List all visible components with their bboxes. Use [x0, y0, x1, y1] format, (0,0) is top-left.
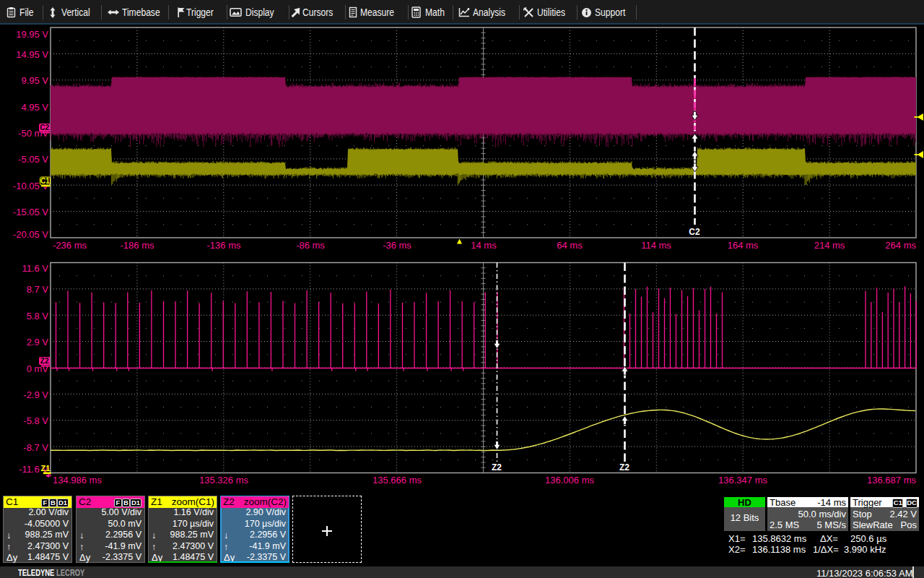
svg-text:4.95 V: 4.95 V: [21, 102, 48, 113]
svg-text:164 ms: 164 ms: [728, 240, 759, 251]
svg-text:5.8 V: 5.8 V: [27, 311, 49, 322]
svg-text:135.326 ms: 135.326 ms: [199, 475, 248, 486]
svg-text:-86 ms: -86 ms: [296, 240, 325, 251]
svg-text:Z1: Z1: [41, 464, 51, 473]
svg-text:-2.9 V: -2.9 V: [23, 389, 48, 400]
svg-text:-20.05 V: -20.05 V: [13, 229, 48, 240]
svg-text:136.347 ms: 136.347 ms: [718, 475, 767, 486]
svg-text:2.9 V: 2.9 V: [27, 337, 49, 348]
svg-text:-36 ms: -36 ms: [383, 240, 411, 251]
svg-text:C2: C2: [40, 124, 49, 131]
svg-text:-8.7 V: -8.7 V: [23, 442, 48, 453]
svg-text:19.95 V: 19.95 V: [16, 29, 48, 40]
svg-text:136.006 ms: 136.006 ms: [545, 475, 594, 486]
svg-text:14 ms: 14 ms: [471, 240, 497, 251]
svg-text:-5.05 V: -5.05 V: [18, 154, 48, 165]
svg-text:8.7 V: 8.7 V: [27, 284, 49, 295]
svg-text:264 ms: 264 ms: [885, 240, 916, 251]
svg-text:-5.8 V: -5.8 V: [23, 415, 48, 426]
svg-text:14.95 V: 14.95 V: [16, 49, 48, 60]
svg-text:-136 ms: -136 ms: [207, 240, 241, 251]
svg-text:Z2: Z2: [492, 462, 502, 473]
svg-text:135.666 ms: 135.666 ms: [372, 475, 422, 486]
svg-text:Z2: Z2: [40, 357, 49, 365]
svg-text:11.6 V: 11.6 V: [22, 263, 48, 274]
svg-text:Z2: Z2: [619, 462, 629, 473]
svg-text:114 ms: 114 ms: [641, 240, 671, 251]
svg-text:-15.05 V: -15.05 V: [13, 207, 48, 217]
svg-text:64 ms: 64 ms: [557, 240, 583, 251]
svg-text:214 ms: 214 ms: [814, 240, 845, 251]
svg-text:C1: C1: [40, 177, 50, 185]
svg-text:136.687 ms: 136.687 ms: [867, 475, 916, 486]
svg-text:9.95 V: 9.95 V: [21, 75, 48, 86]
svg-text:-186 ms: -186 ms: [121, 240, 154, 251]
svg-text:C2: C2: [689, 227, 700, 237]
svg-text:-236 ms: -236 ms: [53, 240, 87, 251]
svg-text:134.986 ms: 134.986 ms: [53, 475, 102, 486]
